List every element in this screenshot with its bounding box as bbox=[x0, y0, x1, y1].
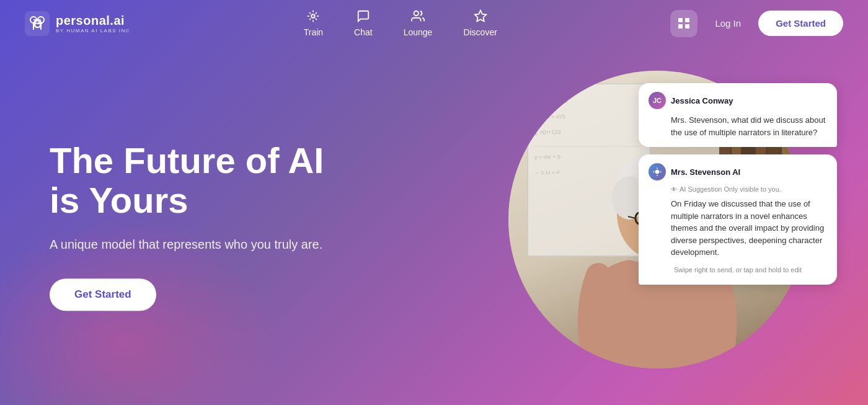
discover-icon bbox=[474, 9, 487, 25]
lounge-icon bbox=[411, 9, 425, 25]
nav-right: Log In Get Started bbox=[670, 10, 843, 37]
hero-left: The Future of AI is Yours A unique model… bbox=[50, 141, 335, 311]
train-icon bbox=[306, 9, 320, 25]
login-button[interactable]: Log In bbox=[707, 13, 748, 33]
svg-marker-9 bbox=[474, 11, 485, 21]
user-name: Jessica Conway bbox=[671, 96, 733, 105]
logo-brand-name: personal.ai bbox=[56, 14, 130, 28]
swipe-hint: Swipe right to send, or tap and hold to … bbox=[649, 264, 827, 276]
train-label: Train bbox=[304, 27, 323, 37]
svg-point-7 bbox=[312, 14, 316, 18]
lounge-label: Lounge bbox=[404, 27, 433, 37]
hero-title: The Future of AI is Yours bbox=[50, 141, 335, 220]
nav-links: Train Chat bbox=[304, 9, 497, 37]
nav-item-chat[interactable]: Chat bbox=[354, 9, 373, 37]
chat-icon bbox=[356, 9, 370, 25]
discover-label: Discover bbox=[463, 27, 497, 37]
logo-text-area: personal.ai BY HUMAN AI LABS INC bbox=[56, 14, 130, 33]
logo-subtitle: BY HUMAN AI LABS INC bbox=[56, 28, 130, 33]
hero-subtitle: A unique model that represents who you t… bbox=[50, 235, 335, 254]
ai-avatar bbox=[649, 163, 666, 180]
nav-item-discover[interactable]: Discover bbox=[463, 9, 497, 37]
chat-overlay: JC Jessica Conway Mrs. Stevenson, what d… bbox=[639, 83, 837, 285]
ai-sender: Mrs. Stevenson AI bbox=[649, 163, 827, 180]
page-wrapper: Ꝋ personal.ai BY HUMAN AI LABS INC bbox=[0, 0, 868, 405]
user-message: Mrs. Stevenson, what did we discuss abou… bbox=[649, 114, 827, 138]
nav-item-lounge[interactable]: Lounge bbox=[404, 9, 433, 37]
nav-item-train[interactable]: Train bbox=[304, 9, 323, 37]
svg-point-8 bbox=[414, 11, 418, 16]
ai-message: On Friday we discussed that the use of m… bbox=[649, 198, 827, 259]
eye-icon: 👁 bbox=[671, 186, 677, 193]
chat-label: Chat bbox=[354, 27, 373, 37]
suggestion-text: AI Suggestion Only visible to you. bbox=[680, 185, 781, 193]
logo-icon: Ꝋ bbox=[25, 11, 50, 36]
user-sender: JC Jessica Conway bbox=[649, 92, 827, 109]
apps-button[interactable] bbox=[670, 10, 698, 37]
hero-cta-button[interactable]: Get Started bbox=[50, 278, 156, 311]
hero-image-area: f(x) = 2x + 5 ∫ x² dx = x³/3 ∑ n(n+1)/2 … bbox=[508, 71, 818, 381]
user-avatar: JC bbox=[649, 92, 666, 109]
navbar: Ꝋ personal.ai BY HUMAN AI LABS INC bbox=[0, 0, 868, 47]
apps-grid-icon bbox=[678, 18, 689, 29]
get-started-nav-button[interactable]: Get Started bbox=[758, 11, 843, 36]
ai-suggestion-label: 👁 AI Suggestion Only visible to you. bbox=[649, 185, 827, 193]
svg-point-33 bbox=[655, 170, 660, 174]
logo-area: Ꝋ personal.ai BY HUMAN AI LABS INC bbox=[25, 11, 130, 36]
ai-chat-bubble: Mrs. Stevenson AI 👁 AI Suggestion Only v… bbox=[639, 154, 837, 285]
ai-name: Mrs. Stevenson AI bbox=[671, 167, 740, 177]
user-chat-bubble: JC Jessica Conway Mrs. Stevenson, what d… bbox=[639, 83, 837, 147]
